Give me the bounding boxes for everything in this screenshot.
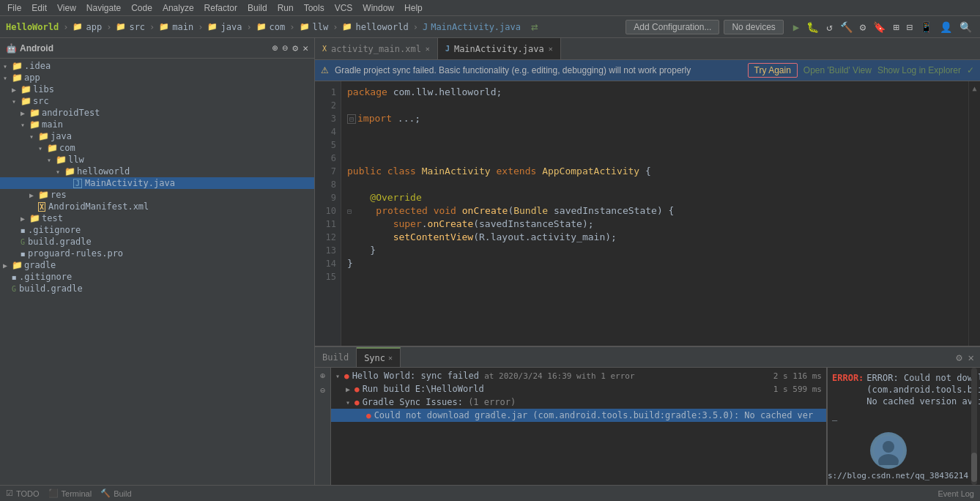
todo-button[interactable]: ☑ TODO	[6, 489, 40, 498]
tab-activity-main-label: activity_main.xml	[331, 44, 421, 54]
terminal-label: Terminal	[62, 489, 92, 498]
menu-file[interactable]: File	[3, 1, 26, 15]
collapse-icon[interactable]: ⊖	[283, 42, 289, 53]
sync-tab-close[interactable]: ✕	[388, 354, 393, 362]
build-status-button[interactable]: 🔨 Build	[100, 489, 131, 498]
menu-view[interactable]: View	[53, 1, 81, 15]
tree-item-com[interactable]: ▾ 📁 com	[0, 142, 314, 154]
tree-item-main[interactable]: ▾ 📁 main	[0, 119, 314, 130]
gear-icon[interactable]: ⚙	[292, 42, 298, 53]
menu-tools[interactable]: Tools	[300, 1, 329, 15]
menu-edit[interactable]: Edit	[27, 1, 51, 15]
folder-icon-gradle: 📁	[12, 260, 23, 270]
show-log-link[interactable]: Show Log in Explorer	[877, 65, 961, 75]
bookmark-icon[interactable]: 🔖	[871, 21, 888, 34]
menu-refactor[interactable]: Refactor	[200, 1, 242, 15]
build-item-1[interactable]: ▶ ● Run build E:\HelloWorld 1 s 599 ms	[331, 382, 826, 396]
gradle-icon-root: G	[12, 285, 16, 293]
breadcrumb-file[interactable]: J MainActivity.java	[423, 22, 521, 32]
folder-icon4: 📁	[207, 22, 218, 31]
menu-window[interactable]: Window	[358, 1, 398, 15]
layout-icon[interactable]: ⊞	[891, 21, 901, 34]
menu-analyze[interactable]: Analyze	[158, 1, 198, 15]
item0-error-icon: ●	[344, 371, 349, 381]
tree-item-helloworld[interactable]: ▾ 📁 helloworld	[0, 166, 314, 177]
add-configuration-button[interactable]: Add Configuration...	[626, 20, 719, 34]
label-java: java	[51, 131, 72, 141]
tree-item-gradle[interactable]: ▶ 📁 gradle	[0, 259, 314, 271]
expand-icon[interactable]: ⊕	[272, 42, 278, 53]
breadcrumb-java[interactable]: 📁 java	[207, 22, 242, 32]
debug-icon[interactable]: 🐛	[804, 21, 821, 34]
build-tab[interactable]: Build	[315, 347, 357, 367]
open-build-link[interactable]: Open 'Build' View	[803, 65, 872, 75]
breadcrumb-helloworld[interactable]: 📁 helloworld	[342, 22, 408, 32]
build-icon[interactable]: 🔨	[838, 21, 855, 34]
tree-item-llw[interactable]: ▾ 📁 llw	[0, 154, 314, 166]
layout2-icon[interactable]: ⊟	[905, 21, 915, 34]
devices-dropdown[interactable]: No devices	[724, 20, 783, 34]
tree-item-gitignore-root[interactable]: ◼ .gitignore	[0, 271, 314, 283]
expand-all-icon[interactable]: ⊕	[320, 371, 325, 381]
tree-item-proguard[interactable]: ◼ proguard-rules.pro	[0, 248, 314, 259]
tree-item-gitignore-app[interactable]: ◼ .gitignore	[0, 224, 314, 236]
tab-mainactivity[interactable]: J MainActivity.java ✕	[438, 38, 561, 59]
menu-vcs[interactable]: VCS	[330, 1, 357, 15]
tree-item-manifest[interactable]: X AndroidManifest.xml	[0, 201, 314, 212]
build-item-2[interactable]: ▾ ● Gradle Sync Issues: (1 error)	[331, 396, 826, 409]
label-helloworld: helloworld	[77, 166, 130, 177]
sync-tab[interactable]: Sync ✕	[357, 347, 401, 367]
tree-item-buildgradle-app[interactable]: G build.gradle	[0, 236, 314, 248]
tree-item-test[interactable]: ▶ 📁 test	[0, 212, 314, 224]
search-icon[interactable]: 🔍	[957, 21, 974, 34]
breadcrumb-src[interactable]: 📁 src	[116, 22, 145, 32]
breadcrumb-main[interactable]: 📁 main	[159, 22, 193, 32]
bottom-settings-icon[interactable]: ⚙	[954, 350, 963, 365]
collapse-all-icon[interactable]: ⊖	[320, 385, 325, 396]
sync-icon[interactable]: ↺	[824, 21, 834, 34]
menu-run[interactable]: Run	[273, 1, 298, 15]
event-log-button[interactable]: Event Log	[938, 489, 974, 498]
tree-item-res[interactable]: ▶ 📁 res	[0, 189, 314, 201]
tab-activity-main-close[interactable]: ✕	[426, 45, 430, 53]
java-tab-icon: J	[445, 45, 450, 53]
git-icon-root: ◼	[12, 273, 16, 281]
tree-item-src[interactable]: ▾ 📁 src	[0, 95, 314, 107]
tree-item-androidtest[interactable]: ▶ 📁 androidTest	[0, 107, 314, 119]
code-line-10: ⊟ protected void onCreate(Bundle savedIn…	[347, 204, 962, 218]
build-item-3[interactable]: ● Could not download gradle.jar (com.and…	[331, 409, 826, 422]
settings-icon[interactable]: ⚙	[858, 21, 868, 34]
tree-item-buildgradle-root[interactable]: G build.gradle	[0, 283, 314, 294]
menu-help[interactable]: Help	[400, 1, 427, 15]
error-scrollbar[interactable]	[971, 368, 977, 485]
tree-item-idea[interactable]: ▾ 📁 .idea	[0, 60, 314, 72]
warning-icon: ⚠	[321, 65, 329, 75]
label-app: app	[24, 73, 40, 83]
error-scrollbar-thumb[interactable]	[971, 453, 977, 482]
build-item-0[interactable]: ▾ ● Hello World: sync failed at 2020/3/2…	[331, 369, 826, 382]
folder-icon3: 📁	[159, 22, 169, 31]
breadcrumb-app[interactable]: 📁 app	[73, 22, 102, 32]
terminal-button[interactable]: ⬛ Terminal	[48, 489, 92, 498]
tab-mainactivity-close[interactable]: ✕	[549, 45, 553, 53]
bottom-close-icon[interactable]: ✕	[967, 350, 976, 365]
code-line-15	[347, 270, 962, 283]
profile-icon[interactable]: 👤	[938, 21, 954, 34]
menu-navigate[interactable]: Navigate	[82, 1, 125, 15]
close-icon[interactable]: ✕	[302, 42, 308, 53]
item3-text: Could not download gradle.jar (com.andro…	[374, 410, 822, 420]
breadcrumb-llw[interactable]: 📁 llw	[300, 22, 329, 32]
breadcrumb-com[interactable]: 📁 com	[256, 22, 286, 32]
tab-activity-main[interactable]: X activity_main.xml ✕	[315, 38, 438, 59]
tree-item-mainactivity[interactable]: J MainActivity.java	[0, 177, 314, 189]
run-icon[interactable]: ▶	[791, 21, 801, 34]
scroll-up-icon[interactable]: ▲	[972, 84, 976, 92]
menu-build[interactable]: Build	[243, 1, 272, 15]
device-icon[interactable]: 📱	[918, 21, 935, 34]
try-again-button[interactable]: Try Again	[748, 63, 798, 78]
tree-item-java[interactable]: ▾ 📁 java	[0, 130, 314, 142]
menu-code[interactable]: Code	[127, 1, 157, 15]
tree-item-libs[interactable]: ▶ 📁 libs	[0, 84, 314, 95]
code-content[interactable]: package com.llw.helloworld; ⊟import ...;…	[341, 81, 968, 346]
tree-item-app[interactable]: ▾ 📁 app	[0, 72, 314, 84]
